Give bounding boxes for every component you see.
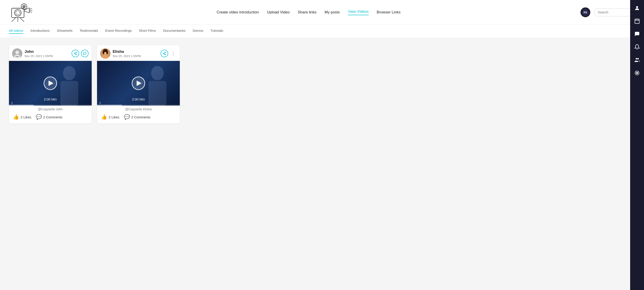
svg-point-43: [106, 51, 108, 54]
card-date-elisha: Nov 25, 2023 1:35PM: [113, 54, 160, 58]
avatar-john: [12, 48, 22, 59]
nav-view-videos[interactable]: View Videos: [348, 10, 369, 15]
svg-point-32: [74, 53, 75, 54]
card-username-elisha: Elisha: [113, 50, 160, 54]
cat-tab-event-recordings[interactable]: Event Recordings: [105, 29, 132, 34]
svg-point-10: [14, 10, 21, 16]
svg-point-0: [636, 6, 638, 8]
card-date-john: Nov 25, 2023 1:35PM: [24, 54, 72, 58]
category-bar: All videos Introductions Showreels Testi…: [0, 25, 644, 38]
video-duration-elisha: 2:00 Min: [132, 97, 145, 101]
card-bottom-john: 👍 2 Likes 💬 2 Comments: [9, 113, 92, 121]
svg-point-6: [637, 58, 639, 60]
pause-icon-john[interactable]: ⏸: [11, 102, 13, 104]
sidebar-calendar-icon[interactable]: [631, 15, 643, 27]
svg-text:PA: PA: [584, 11, 587, 14]
svg-point-45: [163, 53, 164, 54]
comment-icon-elisha: 💬: [124, 114, 130, 120]
svg-line-21: [29, 8, 32, 9]
cat-tab-demos[interactable]: Demos: [193, 29, 204, 34]
svg-point-46: [165, 54, 166, 55]
video-progress-elisha: [97, 105, 180, 106]
svg-line-35: [75, 53, 76, 53]
search-input[interactable]: [598, 10, 629, 14]
play-triangle-elisha: [137, 81, 142, 86]
like-btn-elisha[interactable]: 👍 2 Likes: [101, 114, 120, 120]
video-progress-bar-john: [9, 105, 34, 106]
play-triangle-john: [48, 81, 54, 86]
video-thumb-john[interactable]: 2:00 Min ⏸: [9, 61, 92, 106]
card-copywrite-elisha: @Copywrite Elisha: [97, 107, 180, 111]
cat-tab-showreels[interactable]: Showreels: [57, 29, 72, 34]
svg-point-8: [636, 72, 638, 74]
avatar-elisha: [100, 48, 110, 59]
cat-tab-testimonials[interactable]: Testimonials: [80, 29, 98, 34]
video-controls-john: ⏸: [11, 102, 13, 104]
svg-line-47: [164, 54, 165, 54]
like-count-john: 2 Likes: [20, 115, 31, 119]
card-user-info-john: John Nov 25, 2023 1:35PM: [24, 50, 72, 58]
videos-grid: John Nov 25, 2023 1:35PM: [9, 45, 621, 124]
card-header-john: John Nov 25, 2023 1:35PM: [9, 45, 92, 61]
nav-browser-links[interactable]: Browser Links: [377, 10, 401, 15]
right-sidebar: [630, 0, 644, 290]
header: Create video introduction Upload Video S…: [0, 0, 644, 25]
like-count-elisha: 2 Likes: [109, 115, 120, 119]
person-silhouette-john: [56, 65, 83, 106]
sidebar-record-icon[interactable]: [631, 67, 643, 79]
play-button-elisha[interactable]: [132, 77, 145, 90]
cat-tab-short-films[interactable]: Short Films: [139, 29, 156, 34]
nav-create-video[interactable]: Create video introduction: [217, 10, 259, 15]
more-btn-elisha[interactable]: ⋮: [170, 50, 177, 57]
nav-upload-video[interactable]: Upload Video: [267, 10, 290, 15]
card-header-elisha: Elisha Nov 25, 2023 1:35PM ⋮: [97, 45, 180, 61]
logo[interactable]: [5, 2, 37, 23]
card-actions-john: [72, 50, 88, 57]
like-btn-john[interactable]: 👍 2 Likes: [13, 114, 31, 120]
share-btn-john[interactable]: [72, 50, 79, 57]
pause-icon-elisha[interactable]: ⏸: [99, 102, 101, 104]
svg-point-33: [76, 54, 77, 55]
svg-point-36: [63, 66, 76, 80]
video-progress-john: [9, 105, 92, 106]
card-user-info-elisha: Elisha Nov 25, 2023 1:35PM: [113, 50, 160, 58]
sidebar-bell-icon[interactable]: [631, 41, 643, 53]
video-card-john: John Nov 25, 2023 1:35PM: [9, 45, 92, 124]
sidebar-profile-icon[interactable]: [631, 2, 643, 14]
card-username-john: John: [24, 50, 72, 54]
video-thumb-elisha[interactable]: 2:00 Min ⏸: [97, 61, 180, 106]
main-nav: Create video introduction Upload Video S…: [37, 10, 580, 15]
comment-btn-john[interactable]: 💬 2 Comments: [36, 114, 62, 120]
header-right: PA: [580, 8, 639, 17]
nav-share-links[interactable]: Share links: [298, 10, 316, 15]
svg-line-14: [20, 18, 24, 22]
person-silhouette-elisha: [144, 65, 171, 106]
cat-tab-tutorials[interactable]: Tutorials: [210, 29, 223, 34]
sidebar-group-icon[interactable]: [631, 54, 643, 66]
message-btn-john[interactable]: [81, 50, 88, 57]
nav-my-posts[interactable]: My posts: [325, 10, 340, 15]
card-copywrite-john: @Copywrite John: [9, 107, 92, 111]
comment-count-elisha: 2 Comments: [132, 115, 150, 119]
comment-count-john: 2 Comments: [44, 115, 62, 119]
svg-point-44: [165, 52, 166, 53]
profile-badge[interactable]: PA: [580, 8, 590, 17]
cat-tab-all-videos[interactable]: All videos: [9, 29, 23, 34]
card-bottom-elisha: 👍 2 Likes 💬 2 Comments: [97, 113, 180, 121]
svg-line-48: [164, 53, 165, 53]
play-button-john[interactable]: [44, 77, 57, 90]
svg-line-23: [29, 11, 32, 12]
svg-point-49: [151, 66, 164, 80]
sidebar-chat-icon[interactable]: [631, 28, 643, 40]
cat-tab-introductions[interactable]: Introductions: [30, 29, 50, 34]
svg-point-5: [636, 58, 637, 60]
video-card-elisha: Elisha Nov 25, 2023 1:35PM ⋮: [97, 45, 180, 124]
svg-rect-37: [60, 81, 78, 106]
comment-icon-john: 💬: [36, 114, 42, 120]
svg-rect-50: [148, 81, 166, 106]
comment-btn-elisha[interactable]: 💬 2 Comments: [124, 114, 150, 120]
main-content: John Nov 25, 2023 1:35PM: [0, 38, 630, 131]
cat-tab-documentaries[interactable]: Documentaries: [163, 29, 186, 34]
share-btn-elisha[interactable]: [160, 50, 168, 57]
svg-point-29: [16, 51, 19, 54]
